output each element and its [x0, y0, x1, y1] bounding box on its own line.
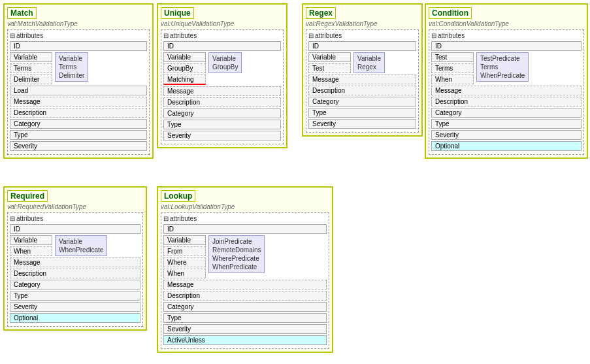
attr-description-req: Description — [10, 269, 140, 278]
condition-attrs: ⊟ attributes ID Test Terms When TestPred… — [429, 29, 584, 155]
minus-icon-5: ⊟ — [10, 215, 15, 222]
required-attrs-header: ⊟ attributes — [10, 215, 140, 222]
required-type: val:RequiredValidationType — [7, 203, 143, 210]
attr-message-lk: Message — [163, 280, 327, 290]
attr-description: Description — [10, 108, 147, 118]
attr-category: Category — [10, 119, 147, 129]
match-box: Match val:MatchValidationType ⊟ attribut… — [3, 3, 154, 159]
attr-description-lk: Description — [163, 291, 327, 301]
attr-category-r: Category — [308, 97, 416, 107]
condition-ext-labels: TestPredicate Terms WhenPredicate — [476, 52, 529, 82]
regex-attrs-list: ID Variable Test Variable Regex Message … — [308, 41, 416, 130]
attr-type-req: Type — [10, 291, 140, 301]
ext-variable-r: Variable — [357, 54, 381, 63]
attr-severity-r: Severity — [308, 119, 416, 129]
regex-attrs-header: ⊟ attributes — [308, 32, 416, 39]
match-ext-labels: Variable Terms Delimiter — [55, 52, 88, 82]
attr-variable-r: Variable — [308, 52, 351, 62]
ext-testpred: TestPredicate — [480, 54, 525, 63]
regex-type: val:RegexValidationType — [306, 20, 419, 27]
attr-test-c: Test — [431, 52, 474, 62]
attr-test-r: Test — [308, 63, 351, 73]
ext-whenpred-lk: WhenPredicate — [212, 263, 261, 271]
minus-icon-2: ⊟ — [163, 32, 169, 39]
lookup-box: Lookup val:LookupValidationType ⊟ attrib… — [157, 186, 333, 353]
attr-description-u: Description — [163, 97, 281, 107]
attr-description-r: Description — [308, 86, 416, 95]
attr-message-req: Message — [10, 257, 140, 267]
attr-message-u: Message — [163, 86, 281, 96]
attr-severity-req: Severity — [10, 302, 140, 312]
attr-variable-lk: Variable — [163, 235, 206, 245]
lookup-attrs: ⊟ attributes ID Variable From Where When… — [161, 212, 329, 349]
attr-description-c: Description — [431, 97, 582, 107]
attr-type-r: Type — [308, 108, 416, 118]
condition-box: Condition val:ConditionValidationType ⊟ … — [425, 3, 588, 159]
match-attrs: ⊟ attributes ID Variable Terms Delimiter… — [7, 29, 150, 155]
attr-id-c: ID — [431, 41, 582, 51]
unique-ext-labels: Variable GroupBy — [208, 52, 242, 73]
lookup-attrs-list: ID Variable From Where When JoinPredicat… — [163, 224, 327, 346]
ext-whenpred: WhenPredicate — [480, 71, 525, 80]
attr-severity-lk: Severity — [163, 324, 327, 334]
diagram-container: Match val:MatchValidationType ⊟ attribut… — [0, 0, 590, 364]
required-ext-labels: Variable WhenPredicate — [55, 235, 107, 256]
ext-variable-u: Variable — [212, 54, 238, 63]
attr-category-req: Category — [10, 280, 140, 290]
ext-remotedomains: RemoteDomains — [212, 246, 261, 254]
attr-variable-req: Variable — [10, 235, 52, 245]
attr-when-req: When — [10, 246, 52, 256]
attr-type-c: Type — [431, 119, 582, 129]
ext-terms-c: Terms — [480, 63, 525, 71]
match-type: val:MatchValidationType — [7, 20, 150, 27]
condition-attrs-list: ID Test Terms When TestPredicate Terms W… — [431, 41, 582, 152]
lookup-ext-labels: JoinPredicate RemoteDomains WherePredica… — [208, 235, 265, 273]
attr-message: Message — [10, 97, 147, 107]
attr-matching: Matching — [163, 74, 206, 85]
lookup-type: val:LookupValidationType — [161, 203, 329, 210]
ext-regex: Regex — [357, 63, 381, 71]
match-title: Match — [7, 7, 37, 19]
attr-severity-c: Severity — [431, 130, 582, 140]
lookup-attrs-header: ⊟ attributes — [163, 215, 327, 222]
attr-id-r: ID — [308, 41, 416, 51]
unique-box: Unique val:UniqueValidationType ⊟ attrib… — [157, 3, 287, 148]
attr-when-c: When — [431, 74, 474, 84]
regex-ext-labels: Variable Regex — [353, 52, 385, 73]
attr-message-c: Message — [431, 86, 582, 95]
minus-icon: ⊟ — [10, 32, 15, 39]
condition-type: val:ConditionValidationType — [429, 20, 584, 27]
attr-category-c: Category — [431, 108, 582, 118]
attr-type-u: Type — [163, 120, 281, 129]
attr-type-lk: Type — [163, 313, 327, 323]
ext-joinpred: JoinPredicate — [212, 237, 261, 246]
ext-wherepred: WherePredicate — [212, 254, 261, 263]
attr-from-lk: From — [163, 246, 206, 256]
ext-delimiter: Delimiter — [59, 71, 84, 80]
unique-attrs: ⊟ attributes ID Variable GroupBy Matchin… — [161, 29, 284, 144]
minus-icon-4: ⊟ — [431, 32, 436, 39]
attr-optional-req: Optional — [10, 313, 140, 323]
match-attrs-list: ID Variable Terms Delimiter Variable Ter… — [10, 41, 147, 152]
regex-title: Regex — [306, 7, 336, 19]
attr-severity: Severity — [10, 141, 147, 151]
attr-variable: Variable — [10, 52, 52, 62]
attr-message-r: Message — [308, 74, 416, 84]
ext-terms: Terms — [59, 63, 84, 71]
attr-category-lk: Category — [163, 302, 327, 312]
regex-attrs: ⊟ attributes ID Variable Test Variable R… — [306, 29, 419, 133]
minus-icon-3: ⊟ — [308, 32, 314, 39]
attr-id-req: ID — [10, 224, 140, 234]
minus-icon-6: ⊟ — [163, 215, 169, 222]
required-attrs: ⊟ attributes ID Variable When Variable W… — [7, 212, 143, 327]
condition-attrs-header: ⊟ attributes — [431, 32, 582, 39]
attr-type: Type — [10, 130, 147, 140]
attr-variable-u: Variable — [163, 52, 206, 62]
unique-attrs-header: ⊟ attributes — [163, 32, 281, 39]
attr-optional-c: Optional — [431, 141, 582, 151]
required-box: Required val:RequiredValidationType ⊟ at… — [3, 186, 147, 331]
required-attrs-list: ID Variable When Variable WhenPredicate … — [10, 224, 140, 324]
attr-activeunless-lk: ActiveUnless — [163, 335, 327, 345]
lookup-title: Lookup — [161, 190, 195, 202]
attr-groupby: GroupBy — [163, 63, 206, 73]
